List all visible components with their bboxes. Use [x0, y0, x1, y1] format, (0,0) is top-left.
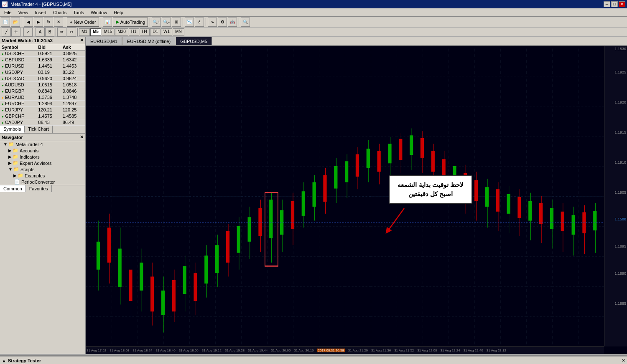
- window-controls[interactable]: ─ □ ✕: [604, 1, 625, 7]
- market-watch-row[interactable]: ● GBPCHF1.45751.4585: [0, 113, 85, 119]
- chart-content[interactable]: GBPUSD,M5 1.1907 1.1908 1.1907 1.1908: [86, 46, 627, 354]
- period-d1[interactable]: D1: [150, 28, 161, 36]
- draw-btn[interactable]: ✏: [57, 28, 66, 37]
- tab-tick-chart[interactable]: Tick Chart: [25, 126, 53, 133]
- open-btn[interactable]: 📂: [11, 18, 20, 27]
- menu-window[interactable]: Window: [87, 9, 110, 16]
- new-btn[interactable]: 📄: [1, 18, 10, 27]
- forward-btn[interactable]: ▶: [34, 18, 43, 27]
- chart-tab-gbpusd-m5[interactable]: GBPUSD,M5: [176, 37, 212, 45]
- market-watch-row[interactable]: ● AUDUSD1.05151.0518: [0, 82, 85, 88]
- nav-item-examples[interactable]: ▶📁Examples: [0, 172, 85, 179]
- indicator-btn[interactable]: ∿: [208, 18, 217, 27]
- period-w1[interactable]: W1: [161, 28, 172, 36]
- candle-btn[interactable]: 🕯: [195, 18, 204, 27]
- svg-rect-8: [118, 249, 122, 287]
- nav-item-expert-advisors[interactable]: ▶📁Expert Advisors: [0, 160, 85, 166]
- search-btn[interactable]: 🔍: [241, 18, 250, 27]
- tab-symbols[interactable]: Symbols: [0, 126, 25, 133]
- autotrading-button[interactable]: ▶ AutoTrading: [113, 18, 148, 27]
- bar-chart-btn[interactable]: 📉: [185, 18, 194, 27]
- svg-rect-43: [302, 191, 305, 216]
- period-m30[interactable]: M30: [115, 28, 128, 36]
- zoom-in-btn[interactable]: 🔍+: [152, 18, 161, 27]
- svg-rect-10: [129, 270, 132, 301]
- chart-tab-eurusd-m2[interactable]: EURUSD,M2 (offline): [122, 37, 175, 45]
- grid-btn[interactable]: ⊞: [172, 18, 181, 27]
- period-m5[interactable]: M5: [90, 28, 101, 36]
- navigator-title: Navigator: [2, 135, 23, 140]
- maximize-button[interactable]: □: [611, 1, 618, 7]
- market-watch-row[interactable]: ● USDJPY83.1983.22: [0, 69, 85, 76]
- svg-rect-28: [226, 231, 229, 263]
- chart-tab-eurusd-m1[interactable]: EURUSD,M1: [86, 37, 122, 45]
- time-label-1: 31 Aug 17:52: [87, 349, 106, 352]
- period-m1[interactable]: M1: [79, 28, 90, 36]
- price-1910: 1.1910: [614, 160, 626, 164]
- stop-btn[interactable]: ✕: [54, 18, 63, 27]
- delete-btn[interactable]: ✂: [67, 28, 76, 37]
- zoom-out-btn[interactable]: 🔍-: [162, 18, 171, 27]
- market-watch-row[interactable]: ● EURJPY120.21120.25: [0, 107, 85, 113]
- crosshair-btn[interactable]: ✛: [11, 28, 20, 37]
- toolbar-sep-5: [183, 18, 183, 26]
- svg-rect-83: [517, 197, 521, 218]
- nav-item-accounts[interactable]: ▶📁Accounts: [0, 147, 85, 154]
- market-watch-row[interactable]: ● EURGBP0.88430.8846: [0, 88, 85, 94]
- nav-item-type-icon: 📁: [13, 148, 18, 153]
- market-watch-row[interactable]: ● EURAUD1.37361.3748: [0, 94, 85, 101]
- setting-btn[interactable]: ⚙: [218, 18, 227, 27]
- market-watch-close-icon[interactable]: ✕: [80, 38, 84, 43]
- nav-item-type-icon: 📁: [18, 173, 23, 178]
- period-mn[interactable]: MN: [173, 28, 184, 36]
- menu-tools[interactable]: Tools: [70, 9, 87, 16]
- period-toolbar: ╱ ✛ ↗ A B ✏ ✂ M1 M5 M15 M30 H1 H4 D1 W1 …: [0, 28, 627, 37]
- navigator-panel: Navigator ✕ ▼📁MetaTrader 4▶📁Accounts▶📁In…: [0, 134, 85, 354]
- toolbar-sep-7: [239, 18, 239, 26]
- toolbar-sep-6: [206, 18, 206, 26]
- close-button[interactable]: ✕: [619, 1, 625, 7]
- market-watch-row[interactable]: ● USDCAD0.96200.9624: [0, 76, 85, 82]
- nav-tree-expand-icon: ▶: [8, 161, 12, 165]
- market-watch-row[interactable]: ● EURCHF1.28941.2897: [0, 101, 85, 107]
- expert-btn[interactable]: 🤖: [228, 18, 237, 27]
- navigator-close-icon[interactable]: ✕: [80, 134, 84, 140]
- period-h4[interactable]: H4: [140, 28, 150, 36]
- nav-item-periodconverter[interactable]: 📄PeriodConverter: [0, 179, 85, 185]
- menu-charts[interactable]: Charts: [50, 9, 70, 16]
- svg-rect-24: [204, 255, 208, 283]
- line-tool-btn[interactable]: ╱: [2, 28, 11, 37]
- menu-insert[interactable]: Insert: [31, 9, 50, 16]
- nav-tab-favorites[interactable]: Favorites: [26, 185, 52, 192]
- nav-item-metatrader-4[interactable]: ▼📁MetaTrader 4: [0, 141, 85, 147]
- back-btn[interactable]: ◀: [24, 18, 33, 27]
- toolbar-sep-1: [22, 18, 22, 26]
- mw-symbol: ● EURAUD: [0, 94, 36, 101]
- minimize-button[interactable]: ─: [604, 1, 610, 7]
- period-h1[interactable]: H1: [129, 28, 139, 36]
- nav-item-indicators[interactable]: ▶📁Indicators: [0, 154, 85, 160]
- refresh-btn[interactable]: ↻: [44, 18, 53, 27]
- market-watch-row[interactable]: ● USDCHF0.89210.8925: [0, 51, 85, 57]
- market-watch-row[interactable]: ● CADJPY86.4386.49: [0, 119, 85, 126]
- market-watch-row[interactable]: ● GBPUSD1.63391.6342: [0, 57, 85, 63]
- nav-item-scripts[interactable]: ▼📁Scripts: [0, 166, 85, 172]
- text-btn[interactable]: A: [36, 28, 45, 37]
- arrow-btn[interactable]: ↗: [23, 28, 33, 37]
- st-close-icon[interactable]: ✕: [622, 358, 625, 363]
- menu-view[interactable]: View: [15, 9, 32, 16]
- market-watch-title: Market Watch: 16:24:53: [2, 38, 53, 43]
- nav-tab-common[interactable]: Common: [0, 185, 26, 192]
- price-1900: 1.1500: [614, 217, 626, 221]
- menu-help[interactable]: Help: [110, 9, 127, 16]
- bold-btn[interactable]: B: [45, 28, 54, 37]
- period-m15[interactable]: M15: [102, 28, 115, 36]
- price-1915: 1.1915: [614, 130, 626, 134]
- market-watch-row[interactable]: ● EURUSD1.44511.4453: [0, 63, 85, 69]
- menu-file[interactable]: File: [1, 9, 15, 16]
- period-sep-3: [56, 28, 56, 36]
- nav-tree-expand-icon: ▶: [8, 154, 12, 159]
- new-order-button[interactable]: + New Order: [67, 18, 99, 27]
- chart-btn-1[interactable]: 📊: [103, 18, 112, 27]
- price-1530: 1.1530: [614, 47, 626, 51]
